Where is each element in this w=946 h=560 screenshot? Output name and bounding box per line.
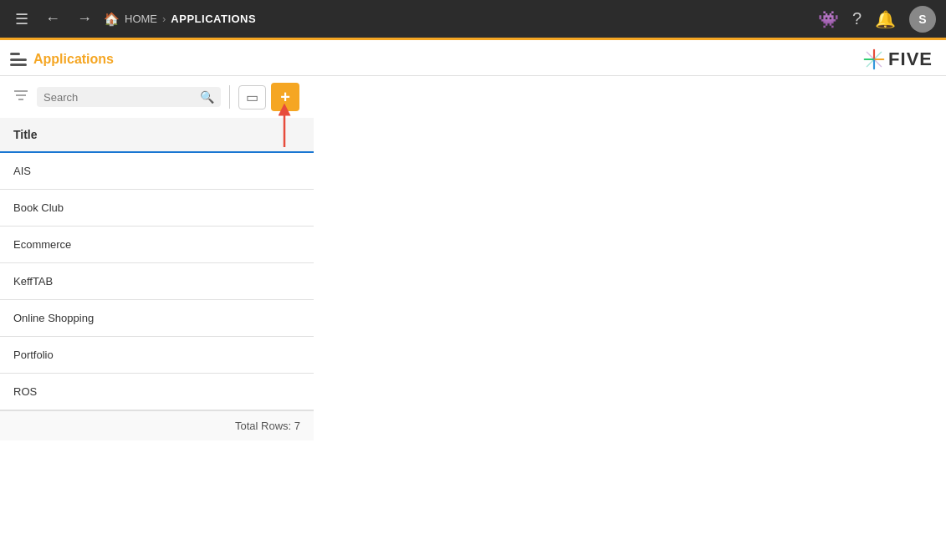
robot-icon: 👾 [818,9,839,29]
toolbar: 🔍 ▭ + [0,76,946,118]
applications-table: Title AISBook ClubEcommerceKeffTABOnline… [0,118,314,410]
table-row[interactable]: ROS [0,374,314,410]
row-title: Online Shopping [0,300,314,337]
sidebar-toggle[interactable] [10,53,27,66]
table-row[interactable]: Ecommerce [0,227,314,263]
row-title: Book Club [0,190,314,227]
bell-icon: 🔔 [875,9,896,29]
table-row[interactable]: KeffTAB [0,263,314,300]
table-wrap: Title AISBook ClubEcommerceKeffTABOnline… [0,118,946,560]
row-title: ROS [0,374,314,410]
forward-arrow-icon: → [77,10,92,27]
navbar-left: ☰ ← → 🏠 HOME › APPLICATIONS [10,7,256,32]
row-title: Ecommerce [0,227,314,263]
five-star-icon [863,48,885,70]
expand-icon: ▭ [246,89,258,105]
current-page-label: APPLICATIONS [171,13,256,25]
home-icon: 🏠 [104,12,120,27]
five-logo-text: FIVE [888,48,933,70]
table-row[interactable]: Portfolio [0,337,314,374]
search-input[interactable] [43,91,195,104]
search-input-wrap: 🔍 [37,87,221,107]
five-logo: FIVE [863,48,933,70]
breadcrumb: 🏠 HOME › APPLICATIONS [104,12,256,27]
column-header-title: Title [0,118,314,152]
table-footer: Total Rows: 7 [0,410,314,440]
home-label[interactable]: HOME [125,13,157,25]
search-icon: 🔍 [200,90,214,104]
hamburger-icon: ☰ [15,11,28,28]
page-title: Applications [33,52,114,67]
add-button[interactable]: + [271,83,299,111]
avatar[interactable]: S [909,6,936,33]
row-title: KeffTAB [0,263,314,300]
expand-button[interactable]: ▭ [238,85,266,109]
toolbar-divider [229,85,230,109]
content-area: Applications FIVE 🔍 ▭ + [0,40,946,560]
back-button[interactable]: ← [40,7,65,31]
robot-button[interactable]: 👾 [818,9,839,29]
forward-button[interactable]: → [72,7,97,31]
navbar: ☰ ← → 🏠 HOME › APPLICATIONS 👾 ? 🔔 S [0,0,946,40]
menu-button[interactable]: ☰ [10,7,33,32]
table-row[interactable]: AIS [0,152,314,190]
back-arrow-icon: ← [45,10,60,27]
breadcrumb-separator: › [162,13,166,25]
notifications-button[interactable]: 🔔 [875,9,896,29]
table-row[interactable]: Book Club [0,190,314,227]
page-header: Applications FIVE [0,40,946,76]
filter-icon[interactable] [10,86,32,108]
help-button[interactable]: ? [852,9,862,28]
plus-icon: + [280,88,290,107]
navbar-right: 👾 ? 🔔 S [818,6,936,33]
help-icon: ? [852,9,862,28]
table-row[interactable]: Online Shopping [0,300,314,337]
page-title-wrap: Applications [10,52,114,67]
row-title: AIS [0,152,314,190]
row-title: Portfolio [0,337,314,374]
